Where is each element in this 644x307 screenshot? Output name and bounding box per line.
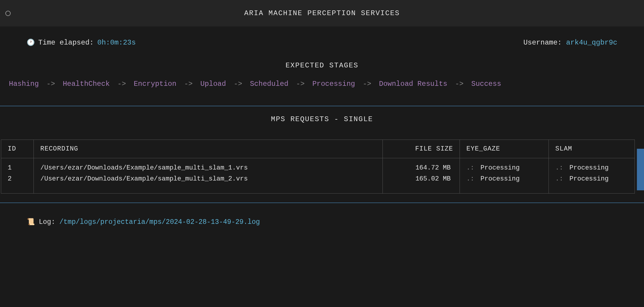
cell-slam-status: .: Processing xyxy=(549,173,635,194)
time-elapsed-value: 0h:0m:23s xyxy=(97,39,136,47)
stage-hashing: Hashing xyxy=(9,80,39,88)
time-elapsed-label: Time elapsed: xyxy=(38,39,94,47)
table-row: 1/Users/ezar/Downloads/Example/sample_mu… xyxy=(1,158,635,174)
requests-table: ID RECORDING FILE SIZE EYE_GAZE SLAM 1/U… xyxy=(1,140,635,194)
title-bar: ARIA MACHINE PERCEPTION SERVICES xyxy=(0,0,644,27)
arrow-icon: -> xyxy=(234,80,242,88)
requests-table-container: ID RECORDING FILE SIZE EYE_GAZE SLAM 1/U… xyxy=(0,140,644,194)
stage-download-results: Download Results xyxy=(379,80,447,88)
app-title: ARIA MACHINE PERCEPTION SERVICES xyxy=(0,9,644,17)
cell-filesize: 165.02 MB xyxy=(383,173,460,194)
cell-recording: /Users/ezar/Downloads/Example/sample_mul… xyxy=(34,158,383,174)
username-value: ark4u_qgbr9c xyxy=(566,39,617,47)
log-path: /tmp/logs/projectaria/mps/2024-02-28-13-… xyxy=(59,218,260,226)
clock-icon: 🕐 xyxy=(27,39,35,47)
cell-slam-status: .: Processing xyxy=(549,158,635,174)
log-label: Log: xyxy=(39,218,55,226)
status-circle-icon xyxy=(5,11,11,16)
cell-filesize: 164.72 MB xyxy=(383,158,460,174)
stage-upload: Upload xyxy=(200,80,226,88)
arrow-icon: -> xyxy=(363,80,371,88)
cell-id: 2 xyxy=(1,173,34,194)
col-header-slam: SLAM xyxy=(549,140,635,158)
col-header-id: ID xyxy=(1,140,34,158)
info-row: 🕐 Time elapsed: 0h:0m:23s Username: ark4… xyxy=(0,27,644,53)
stage-processing: Processing xyxy=(312,80,355,88)
table-header-row: ID RECORDING FILE SIZE EYE_GAZE SLAM xyxy=(1,140,635,158)
stage-healthcheck: HealthCheck xyxy=(63,80,110,88)
username: Username: ark4u_qgbr9c xyxy=(523,39,617,47)
arrow-icon: -> xyxy=(117,80,126,88)
log-row: 📜 Log: /tmp/logs/projectaria/mps/2024-02… xyxy=(0,203,644,241)
cell-recording: /Users/ezar/Downloads/Example/sample_mul… xyxy=(34,173,383,194)
cell-eyegaze-status: .: Processing xyxy=(460,158,549,174)
stage-success: Success xyxy=(471,80,501,88)
cell-id: 1 xyxy=(1,158,34,174)
stages-flow: Hashing -> HealthCheck -> Encryption -> … xyxy=(0,77,644,106)
username-label: Username: xyxy=(523,39,562,47)
scrollbar[interactable] xyxy=(637,149,644,190)
col-header-filesize: FILE SIZE xyxy=(383,140,460,158)
stages-header: EXPECTED STAGES xyxy=(0,53,644,77)
time-elapsed: 🕐 Time elapsed: 0h:0m:23s xyxy=(27,39,136,47)
cell-eyegaze-status: .: Processing xyxy=(460,173,549,194)
arrow-icon: -> xyxy=(455,80,464,88)
col-header-eyegaze: EYE_GAZE xyxy=(460,140,549,158)
col-header-recording: RECORDING xyxy=(34,140,383,158)
table-row: 2/Users/ezar/Downloads/Example/sample_mu… xyxy=(1,173,635,194)
scroll-icon: 📜 xyxy=(27,218,35,226)
arrow-icon: -> xyxy=(47,80,55,88)
stage-scheduled: Scheduled xyxy=(250,80,288,88)
arrow-icon: -> xyxy=(296,80,305,88)
stage-encryption: Encryption xyxy=(134,80,176,88)
arrow-icon: -> xyxy=(184,80,193,88)
requests-header: MPS REQUESTS - SINGLE xyxy=(0,106,644,131)
